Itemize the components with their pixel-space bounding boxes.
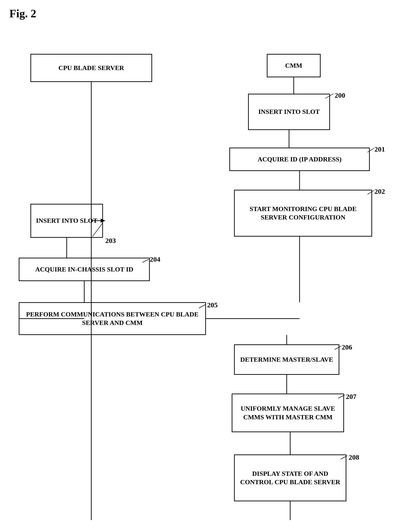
display-state-box: DISPLAY STATE OF AND CONTROL CPU BLADE S…	[234, 455, 346, 501]
ref-203: 203	[105, 237, 116, 245]
insert-slot-cpu-box: INSERT INTO SLOT	[30, 204, 103, 238]
ref-207: 207	[346, 393, 356, 400]
ref-205: 205	[207, 301, 218, 309]
perform-comms-box: PERFORM COMMUNICATIONS BETWEEN CPU BLADE…	[19, 302, 206, 335]
acquire-chassis-box: ACQUIRE IN-CHASSIS SLOT ID	[19, 258, 150, 281]
ref-200: 200	[335, 91, 345, 99]
cpu-blade-server-box: CPU BLADE SERVER	[30, 54, 152, 82]
determine-master-box: DETERMINE MASTER/SLAVE	[234, 344, 339, 375]
ref-206: 206	[342, 343, 352, 351]
ref-201: 201	[374, 145, 385, 153]
cmm-box: CMM	[267, 54, 321, 77]
insert-slot-cmm-box: INSERT INTO SLOT	[248, 94, 330, 130]
acquire-id-box: ACQUIRE ID (IP ADDRESS)	[229, 148, 370, 171]
ref-208: 208	[349, 453, 359, 461]
uniformly-manage-box: UNIFORMLY MANAGE SLAVE CMMS WITH MASTER …	[232, 394, 344, 432]
start-monitoring-box: START MONITORING CPU BLADE SERVER CONFIG…	[234, 190, 372, 237]
ref-202: 202	[374, 187, 385, 195]
figure-label: Fig. 2	[9, 7, 36, 20]
ref-204: 204	[150, 255, 160, 263]
